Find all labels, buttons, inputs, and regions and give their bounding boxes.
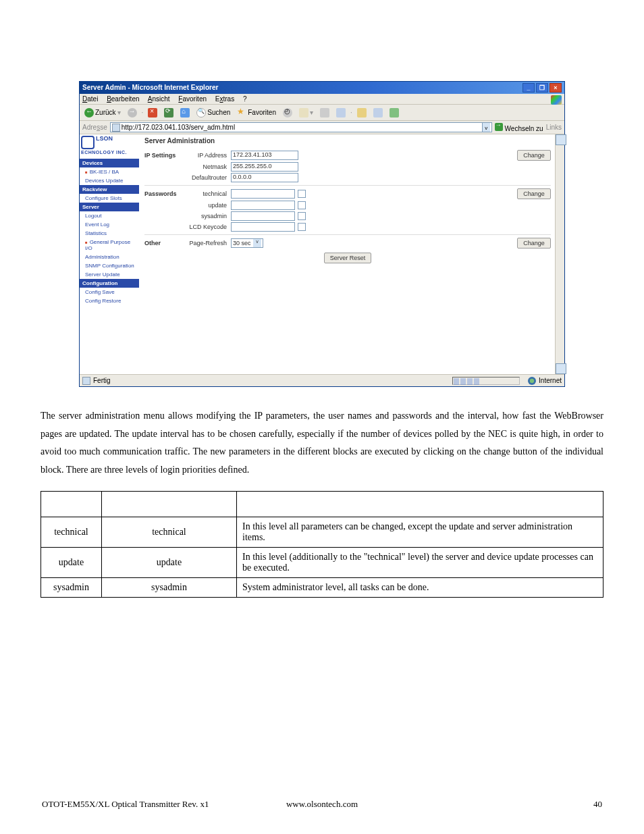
favorites-button[interactable]: Favoriten bbox=[235, 107, 278, 118]
stop-button[interactable] bbox=[146, 107, 159, 118]
refresh-icon bbox=[164, 108, 173, 118]
pw-sysadmin-label: sysadmin bbox=[184, 213, 231, 219]
content-pane: Server Administration IP Settings IP Add… bbox=[139, 134, 564, 374]
pw-change-button[interactable]: Change bbox=[517, 188, 551, 199]
menu-extras[interactable]: Extras bbox=[215, 95, 234, 103]
nav-config-save[interactable]: Config Save bbox=[80, 288, 139, 296]
internet-zone-icon bbox=[528, 377, 536, 385]
nav-administration[interactable]: Administration bbox=[80, 253, 139, 261]
nav-config-restore[interactable]: Config Restore bbox=[80, 296, 139, 305]
search-icon bbox=[196, 108, 206, 118]
discuss-button[interactable] bbox=[371, 107, 385, 118]
pw-technical-checkbox[interactable] bbox=[298, 190, 306, 198]
forward-button[interactable] bbox=[126, 107, 139, 118]
nav-header-server: Server bbox=[80, 203, 139, 211]
maximize-button[interactable]: ❐ bbox=[536, 83, 548, 93]
go-button[interactable]: Wechseln zu bbox=[495, 123, 543, 132]
footer-page-number: 40 bbox=[415, 799, 602, 810]
browser-content: LSONECHNOLOGY INC. Devices BK-IES / BA D… bbox=[80, 134, 564, 374]
table-header-row bbox=[41, 492, 603, 517]
print-icon bbox=[320, 108, 329, 118]
mail-button[interactable]: ▾ bbox=[297, 107, 315, 118]
pw-update-input[interactable] bbox=[231, 201, 295, 210]
url-dropdown-icon[interactable]: v bbox=[482, 123, 490, 132]
pw-technical-label: technical bbox=[184, 190, 231, 197]
page-icon bbox=[112, 124, 120, 132]
address-bar: Adresse http://172.023.041.103/serv_adm.… bbox=[80, 121, 564, 134]
pw-sysadmin-checkbox[interactable] bbox=[298, 212, 306, 220]
status-text: Fertig bbox=[93, 377, 111, 384]
folder-icon bbox=[357, 108, 367, 118]
paragraph-1: The server administration menu allows mo… bbox=[41, 407, 603, 479]
nav-statistics[interactable]: Statistics bbox=[80, 229, 139, 238]
minimize-button[interactable]: _ bbox=[522, 83, 535, 93]
menu-bearbeiten[interactable]: Bearbeiten bbox=[107, 95, 139, 103]
chevron-down-icon: v bbox=[253, 239, 261, 247]
forward-icon bbox=[128, 108, 137, 118]
history-button[interactable] bbox=[281, 107, 294, 118]
menu-datei[interactable]: DDateiatei bbox=[82, 95, 98, 103]
messenger-button[interactable] bbox=[387, 107, 401, 118]
nav-configure-slots[interactable]: Configure Slots bbox=[80, 194, 139, 203]
ipaddr-label: IP Address bbox=[184, 152, 231, 159]
scrollbar[interactable] bbox=[555, 134, 564, 374]
back-button[interactable]: Zurück ▾ bbox=[82, 107, 123, 118]
home-icon bbox=[180, 108, 190, 118]
pw-update-checkbox[interactable] bbox=[298, 201, 306, 209]
menubar[interactable]: DDateiatei Bearbeiten Ansicht Favoriten … bbox=[80, 94, 564, 105]
page-footer: OTOT-EM55X/XL Optical Transmitter Rev. x… bbox=[0, 799, 644, 810]
print-button[interactable] bbox=[318, 107, 331, 118]
separator: · bbox=[142, 109, 144, 116]
sidebar: LSONECHNOLOGY INC. Devices BK-IES / BA D… bbox=[80, 134, 139, 374]
home-button[interactable] bbox=[178, 107, 192, 118]
nav-bkies[interactable]: BK-IES / BA bbox=[80, 167, 139, 176]
cell-pw: sysadmin bbox=[102, 578, 237, 598]
menu-favoriten[interactable]: Favoriten bbox=[178, 95, 207, 103]
ip-change-button[interactable]: Change bbox=[517, 150, 551, 161]
menu-ansicht[interactable]: Ansicht bbox=[148, 95, 170, 103]
nav-gpio[interactable]: General Purpose I/O bbox=[80, 238, 139, 253]
router-input[interactable]: 0.0.0.0 bbox=[231, 173, 298, 182]
edit-button[interactable] bbox=[334, 107, 348, 118]
refresh-select[interactable]: 30 sec v bbox=[231, 238, 263, 248]
netmask-label: Netmask bbox=[184, 163, 231, 170]
nav-server-update[interactable]: Server Update bbox=[80, 270, 139, 279]
other-change-button[interactable]: Change bbox=[517, 238, 551, 249]
login-levels-table: technical technical In this level all pa… bbox=[41, 491, 603, 598]
ipaddr-input[interactable]: 172.23.41.103 bbox=[231, 151, 298, 160]
ie-window: Server Admin - Microsoft Internet Explor… bbox=[79, 81, 565, 387]
menu-hilfe[interactable]: ? bbox=[243, 95, 247, 103]
table-row: technical technical In this level all pa… bbox=[41, 517, 603, 548]
server-reset-button[interactable]: Server Reset bbox=[324, 253, 371, 263]
cell-name: technical bbox=[41, 517, 102, 548]
history-icon bbox=[283, 108, 292, 118]
links-label[interactable]: Links bbox=[546, 124, 562, 131]
search-button[interactable]: Suchen bbox=[194, 107, 232, 118]
router-label: Defaultrouter bbox=[184, 174, 231, 181]
progressbar bbox=[452, 377, 520, 385]
pw-technical-input[interactable] bbox=[231, 189, 295, 199]
cell-pw: update bbox=[102, 548, 237, 578]
toolbar: Zurück ▾ · Suchen Favoriten ▾ · bbox=[80, 105, 564, 121]
folder-button[interactable] bbox=[355, 107, 369, 118]
close-button[interactable]: × bbox=[549, 83, 562, 93]
pw-lcd-checkbox[interactable] bbox=[298, 223, 306, 231]
nav-devices-update[interactable]: Devices Update bbox=[80, 176, 139, 185]
cell-name: update bbox=[41, 548, 102, 578]
mail-icon bbox=[299, 108, 308, 118]
separator: · bbox=[350, 109, 352, 116]
netmask-input[interactable]: 255.255.255.0 bbox=[231, 162, 298, 172]
url-input[interactable]: http://172.023.041.103/serv_adm.html v bbox=[110, 122, 492, 132]
nav-eventlog[interactable]: Event Log bbox=[80, 220, 139, 229]
refresh-button[interactable] bbox=[162, 107, 176, 118]
cell-desc: In this level all parameters can be chan… bbox=[237, 517, 603, 548]
nav-header-devices: Devices bbox=[80, 159, 139, 167]
nav-logout[interactable]: Logout bbox=[80, 211, 139, 220]
url-text: http://172.023.041.103/serv_adm.html bbox=[122, 122, 235, 132]
pw-sysadmin-input[interactable] bbox=[231, 211, 295, 221]
nav-snmp[interactable]: SNMP Configuration bbox=[80, 261, 139, 270]
pw-lcd-input[interactable] bbox=[231, 222, 295, 232]
pw-update-label: update bbox=[184, 202, 231, 209]
status-page-icon bbox=[82, 377, 90, 385]
nav-header-config: Configuration bbox=[80, 279, 139, 288]
